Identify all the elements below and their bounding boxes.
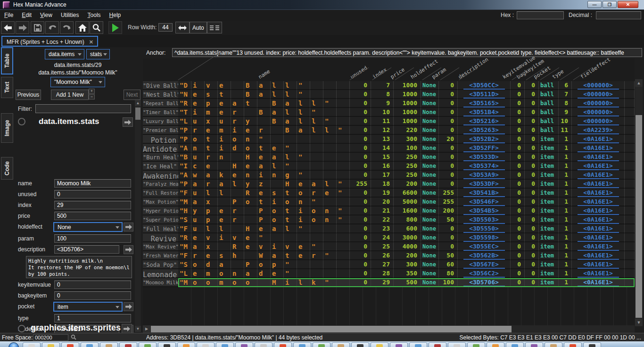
index-cell[interactable]: 10 [371,108,394,117]
pointer-link[interactable]: <000000> [578,91,619,99]
row-body[interactable]: "Revive"0243000None0<3D5598>00item1<0A16… [178,233,635,242]
name-char-cell[interactable]: " [257,233,271,242]
name-char-cell[interactable]: "P [178,135,191,144]
name-char-cell[interactable]: o [271,215,284,224]
name-char-cell[interactable]: a [284,117,297,126]
pointer-link[interactable]: <3D52B2> [463,136,505,143]
pocket-cell[interactable]: item [539,180,559,189]
name-char-cell[interactable] [323,81,337,90]
name-char-cell[interactable]: e [257,153,271,162]
name-char-cell[interactable] [297,260,310,269]
holdeffect-cell[interactable]: None [421,162,439,171]
name-char-cell[interactable]: v [205,233,218,242]
unused-cell[interactable]: 0 [350,108,371,117]
name-char-cell[interactable]: n [244,135,257,144]
name-char-cell[interactable]: H [284,180,297,189]
name-char-cell[interactable]: l [284,90,297,99]
taskbar-app-button[interactable] [506,342,524,347]
name-char-cell[interactable]: e [191,90,205,99]
unused-cell[interactable]: 0 [350,224,371,233]
param-cell[interactable]: 0 [439,224,458,233]
taskbar-app-button[interactable] [139,342,157,347]
pocket-cell[interactable]: ball [539,108,559,117]
name-char-cell[interactable]: d [231,144,244,153]
minimize-button[interactable]: — [587,1,602,8]
name-char-cell[interactable]: " [310,198,323,207]
price-cell[interactable]: 4000 [394,242,421,251]
name-char-cell[interactable] [257,117,271,126]
name-char-cell[interactable]: t [244,99,257,108]
fit-width-button[interactable] [175,22,190,33]
name-char-cell[interactable]: p [205,99,218,108]
taskbar-app-button[interactable] [525,342,543,347]
name-char-cell[interactable]: s [205,90,218,99]
fieldeffect-cell[interactable]: <0A16E1> [572,233,625,242]
taskbar-app-button[interactable] [197,342,215,347]
name-char-cell[interactable]: l [284,108,297,117]
pointer-link[interactable]: <3D5263> [463,127,505,134]
name-char-cell[interactable]: R [231,242,244,251]
name-char-cell[interactable]: r [191,251,205,260]
name-char-cell[interactable]: t [284,215,297,224]
bagkeyitem-cell[interactable]: 0 [525,81,539,90]
keyitemvalue-cell[interactable]: 0 [511,278,525,287]
description-goto-button[interactable] [124,245,133,254]
unused-cell[interactable]: 0 [350,251,371,260]
name-char-cell[interactable]: "T [178,108,191,117]
name-char-cell[interactable]: t [284,251,297,260]
row-body[interactable]: "Burn Heal"015250None0<3D533D>00item1<0A… [178,153,635,162]
name-char-cell[interactable]: o [244,144,257,153]
name-char-cell[interactable]: e [244,242,257,251]
holdeffect-cell[interactable]: None [421,215,439,224]
index-cell[interactable]: 9 [371,99,394,108]
name-char-cell[interactable]: u [191,117,205,126]
price-cell[interactable]: 5000 [394,198,421,207]
row-body[interactable]: "Max Revive"0254000None0<3D55EC>00item1<… [178,242,635,251]
index-cell[interactable]: 8 [371,90,394,99]
name-char-cell[interactable]: o [191,135,205,144]
add-new-button[interactable]: Add 1 New [51,90,89,100]
layout-lines-button[interactable] [207,22,222,33]
name-char-cell[interactable]: o [231,135,244,144]
description-cell[interactable]: <3D53DF> [458,180,511,189]
name-char-cell[interactable]: n [191,144,205,153]
description-textarea[interactable]: Highly nutritious milk.\n It restores th… [26,256,132,278]
price-cell[interactable]: 6600 [394,189,421,198]
name-char-cell[interactable]: r [310,251,323,260]
description-cell[interactable]: <3D546F> [458,198,511,207]
pointer-link[interactable]: <000000> [578,100,619,107]
pointer-link[interactable]: <3D511D> [463,91,505,99]
taskbar-app-button[interactable] [351,342,369,347]
taskbar-app-button[interactable] [61,342,79,347]
name-char-cell[interactable] [218,198,231,207]
name-char-cell[interactable] [337,99,350,108]
name-char-cell[interactable] [323,162,337,171]
name-char-cell[interactable]: i [257,171,271,180]
taskbar-app-button[interactable] [564,342,582,347]
pocket-cell[interactable]: item [539,171,559,180]
bagkeyitem-cell[interactable]: 0 [525,198,539,207]
name-char-cell[interactable]: "R [178,233,191,242]
name-char-cell[interactable]: p [205,215,218,224]
name-char-cell[interactable]: u [218,117,231,126]
type-input[interactable]: 1 [54,314,131,322]
element-selector-dropdown[interactable]: "Moomoo Milk" [50,77,105,87]
param-cell[interactable]: 0 [439,233,458,242]
name-char-cell[interactable]: "S [178,215,191,224]
taskbar-app-button[interactable] [274,342,292,347]
name-char-cell[interactable] [231,189,244,198]
name-char-cell[interactable]: r [231,207,244,215]
name-char-cell[interactable]: t [218,90,231,99]
taskbar-app-button[interactable] [313,342,330,347]
taskbar-app-button[interactable] [467,342,485,347]
index-cell[interactable]: 22 [371,215,394,224]
row-body[interactable]: "Repeat Ball"091000None0<3D5165>00ball8<… [178,99,635,108]
name-char-cell[interactable]: l [205,189,218,198]
taskbar-app-button[interactable] [332,342,350,347]
name-char-cell[interactable]: B [284,126,297,135]
holdeffect-cell[interactable]: None [421,207,439,215]
home-button[interactable] [75,21,89,34]
pointer-link[interactable]: <0A16E1> [578,252,619,260]
name-char-cell[interactable]: "P [178,180,191,189]
name-char-cell[interactable] [218,162,231,171]
